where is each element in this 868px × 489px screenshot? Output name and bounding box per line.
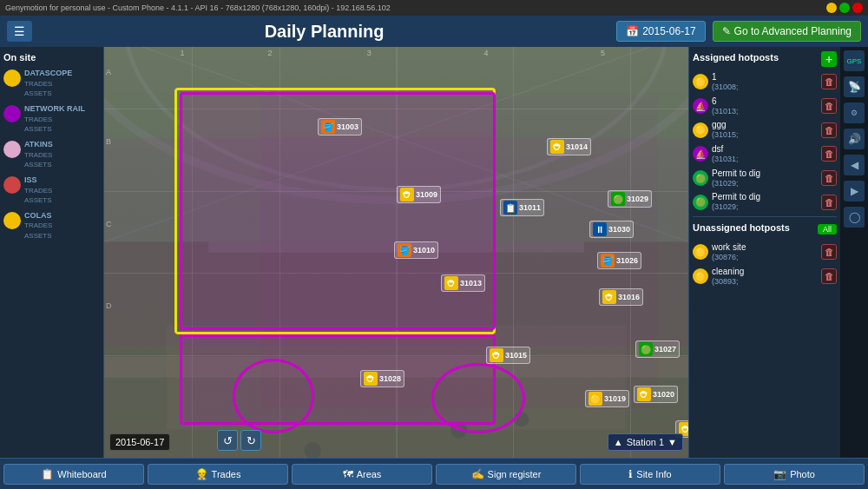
hotspot-id: 31028 <box>379 374 401 383</box>
delete-hotpost-button[interactable]: 🗑 <box>821 98 837 114</box>
assigned-section-header: Assigned hotposts + <box>693 50 837 68</box>
advanced-planning-button[interactable]: ✎ Go to Advanced Planning <box>713 21 861 42</box>
back-icon[interactable]: ◀ <box>844 155 865 175</box>
svg-point-10 <box>450 421 467 438</box>
hotspot-id: 31019 <box>604 394 626 403</box>
close-btn[interactable] <box>852 3 863 13</box>
hotspot-id: 31011 <box>519 203 541 212</box>
hotspot-marker[interactable]: 🪣 31010 <box>394 241 438 259</box>
hotspot-icon: ⛑ <box>400 188 414 202</box>
hotpost-main-text: 6 <box>712 96 818 107</box>
hotspot-marker[interactable]: ⛑ 31013 <box>441 274 485 292</box>
company-assets: ASSETS <box>24 89 72 98</box>
station-selector[interactable]: ▲ Station 1 ▼ <box>608 433 683 451</box>
gps-icon[interactable]: GPS <box>844 50 865 71</box>
hotpost-main-text: 1 <box>712 71 818 83</box>
hotspot-id: 31015 <box>505 351 527 360</box>
delete-hotpost-button[interactable]: 🗑 <box>821 170 837 186</box>
company-dot <box>3 69 21 87</box>
add-hotpost-button[interactable]: + <box>821 51 837 67</box>
hotspot-marker[interactable]: 🟢 31027 <box>635 340 680 358</box>
forward-icon[interactable]: ▶ <box>844 181 865 202</box>
hotspot-marker[interactable]: 🪣 31026 <box>597 252 641 269</box>
hotspot-marker[interactable]: ⏸ 31030 <box>589 221 634 238</box>
unassigned-section-header: Unassigned hotposts All <box>693 221 837 238</box>
minimize-btn[interactable] <box>826 3 837 13</box>
hotpost-sub-text: (31031; <box>712 155 818 165</box>
all-filter-button[interactable]: All <box>818 224 837 235</box>
hotspot-icon: ⛑ <box>602 290 616 304</box>
hotpost-main-text: dsf <box>712 143 818 155</box>
sign-register-button[interactable]: ✍ Sign register <box>436 464 576 485</box>
hotpost-sub-text: (31013; <box>712 107 818 117</box>
delete-hotpost-button[interactable]: 🗑 <box>821 268 837 284</box>
hotspot-id: 31029 <box>627 195 648 203</box>
undo-button[interactable]: ↺ <box>217 430 238 451</box>
delete-hotpost-button[interactable]: 🗑 <box>821 74 837 89</box>
sign-register-icon: ✍ <box>471 468 484 480</box>
hotspot-marker[interactable]: 📋 31011 <box>500 199 544 216</box>
hotpost-text: Permit to dig (31029; <box>712 168 818 189</box>
company-trades: TRADES <box>24 186 52 195</box>
hotspot-marker[interactable]: ⛑ 31009 <box>397 186 441 203</box>
hotspot-marker[interactable]: 🪣 31003 <box>318 118 362 135</box>
svg-point-11 <box>514 412 529 426</box>
site-info-button[interactable]: ℹ Site Info <box>580 464 720 485</box>
hotpost-icon: ⛵ <box>693 98 708 114</box>
signal-icon[interactable]: 📡 <box>844 76 865 97</box>
company-assets: ASSETS <box>24 195 52 205</box>
date-button[interactable]: 📅 2015-06-17 <box>616 21 705 42</box>
volume-icon[interactable]: 🔊 <box>844 129 865 149</box>
hotspot-marker[interactable]: ⛑ 31016 <box>599 288 643 306</box>
on-site-label: On site <box>3 50 100 64</box>
hotspot-marker[interactable]: ⛑ 31020 <box>634 386 678 403</box>
hotspot-id: 31003 <box>337 122 358 131</box>
hotspot-marker[interactable]: 🟡 31019 <box>585 390 629 407</box>
station-label: Station 1 <box>627 437 664 447</box>
company-row: COLAS TRADES ASSETS <box>3 210 100 241</box>
delete-hotpost-button[interactable]: 🗑 <box>821 122 837 138</box>
hotpost-icon: 🟡 <box>693 122 708 138</box>
hotpost-text: 1 (31008; <box>712 71 818 93</box>
hotspot-marker[interactable]: ⛑ 31015 <box>486 347 530 364</box>
maximize-btn[interactable] <box>839 3 850 13</box>
row-label-b: B <box>106 137 111 146</box>
delete-hotpost-button[interactable]: 🗑 <box>821 195 837 210</box>
hotspot-icon: 🪣 <box>601 254 615 268</box>
settings-icon[interactable]: ⚙ <box>844 102 865 123</box>
map-area[interactable]: A B C D 1 2 3 4 5 🪣 31003 ⛑ 31014 ⛑ 3100… <box>104 47 688 458</box>
hotspot-id: 31010 <box>413 246 435 254</box>
calendar-icon: 📅 <box>626 25 639 37</box>
assigned-hotpost-item: 🟢 Permit to dig (31029; 🗑 <box>693 191 837 213</box>
menu-button[interactable]: ☰ <box>7 21 32 42</box>
bottom-toolbar: 📋 Whiteboard 👷 Trades 🗺 Areas ✍ Sign reg… <box>0 458 868 489</box>
hotspot-marker[interactable]: ⛑ 31014 <box>547 138 591 155</box>
hotspot-id: 31027 <box>654 345 676 354</box>
company-dot <box>3 176 21 194</box>
hotspot-icon: 🪣 <box>321 120 335 134</box>
photo-button[interactable]: 📷 Photo <box>724 464 865 485</box>
unassigned-title: Unassigned hotposts <box>693 221 790 235</box>
date-label: 2015-06-17 <box>642 25 695 37</box>
refresh-buttons[interactable]: ↺ ↻ <box>217 430 261 451</box>
trades-button[interactable]: 👷 Trades <box>148 464 288 485</box>
company-info: ISS TRADES ASSETS <box>24 175 52 205</box>
delete-hotpost-button[interactable]: 🗑 <box>821 244 837 260</box>
hotpost-main-text: ggg <box>712 119 818 130</box>
hotspot-icon: ⛑ <box>364 372 378 386</box>
company-info: DATASCOPE TRADES ASSETS <box>24 68 72 98</box>
hotpost-main-text: work site <box>712 241 818 253</box>
hotpost-sub-text: (30876; <box>712 253 818 263</box>
hotspot-icon: ⛑ <box>444 276 458 290</box>
delete-hotpost-button[interactable]: 🗑 <box>821 146 837 162</box>
areas-button[interactable]: 🗺 Areas <box>292 464 432 485</box>
window-controls[interactable] <box>826 3 863 13</box>
redo-button[interactable]: ↻ <box>240 430 261 451</box>
whiteboard-button[interactable]: 📋 Whiteboard <box>3 464 144 485</box>
hotspot-id: 31020 <box>653 390 674 399</box>
home-icon[interactable]: ◯ <box>844 207 865 228</box>
main-content: On site DATASCOPE TRADES ASSETS NETWORK … <box>0 47 868 458</box>
hotspot-marker[interactable]: ⛑ 31028 <box>360 370 404 387</box>
left-sidebar: On site DATASCOPE TRADES ASSETS NETWORK … <box>0 47 104 458</box>
hotspot-marker[interactable]: 🟢 31029 <box>608 190 652 208</box>
